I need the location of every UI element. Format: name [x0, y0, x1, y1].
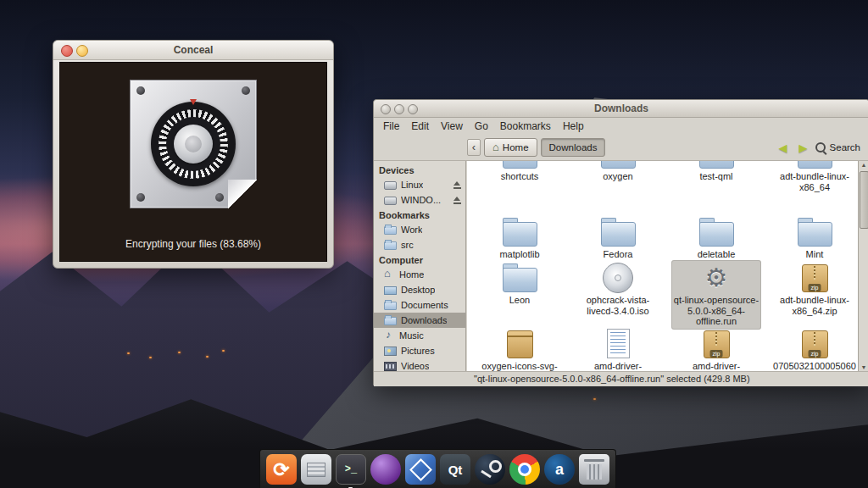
- close-button[interactable]: [381, 104, 391, 114]
- folder-icon: [499, 161, 540, 169]
- sidebar-item-src[interactable]: src: [374, 237, 465, 252]
- file-item[interactable]: test-qml: [672, 161, 760, 184]
- toolbar: ‹ ⌂ Home Downloads ◀ ▶ Search: [374, 135, 868, 161]
- encryption-status: Encrypting your files (83.68%): [60, 238, 326, 250]
- disc-icon: [598, 263, 638, 293]
- dock-sync-icon[interactable]: [266, 454, 297, 485]
- file-name: adt-bundle-linux-x86_64.zip: [771, 295, 859, 316]
- menu-help[interactable]: Help: [557, 119, 590, 134]
- sidebar-item-label: Pictures: [401, 346, 435, 356]
- sidebar-item-music[interactable]: Music: [374, 328, 465, 343]
- file-item[interactable]: Leon: [476, 261, 564, 308]
- menu-bookmarks[interactable]: Bookmarks: [494, 119, 557, 134]
- sidebar-item-linux[interactable]: Linux: [374, 177, 465, 192]
- pictures-icon: [384, 347, 397, 356]
- document-icon: [598, 329, 638, 359]
- file-item[interactable]: amd-driver-: [574, 327, 662, 371]
- sidebar-item-desktop[interactable]: Desktop: [374, 282, 465, 297]
- menu-file[interactable]: File: [377, 119, 405, 134]
- vertical-scrollbar[interactable]: ▲ ▼: [858, 161, 868, 371]
- file-list: shortcutsoxygentest-qmladt-bundle-linux-…: [467, 161, 868, 371]
- sidebar-item-windo[interactable]: WINDO...: [374, 192, 465, 208]
- status-bar: "qt-linux-opensource-5.0.0-x86_64-offlin…: [374, 371, 868, 386]
- sidebar-item-label: Documents: [401, 300, 448, 310]
- installer-icon: [696, 263, 737, 293]
- file-item[interactable]: ophcrack-vista-livecd-3.4.0.iso: [574, 261, 662, 318]
- close-button[interactable]: [61, 45, 73, 57]
- folder-icon: [696, 161, 737, 169]
- forward-arrow-button[interactable]: ▶: [795, 141, 812, 154]
- minimize-button[interactable]: [394, 104, 404, 114]
- eject-icon[interactable]: [453, 181, 461, 189]
- home-button-label: Home: [503, 142, 529, 152]
- scroll-up-arrow[interactable]: ▲: [859, 162, 868, 168]
- zip-icon: zip: [794, 263, 835, 293]
- file-item[interactable]: deletable: [672, 215, 760, 262]
- folder-icon: [598, 161, 638, 169]
- scroll-down-arrow[interactable]: ▼: [859, 364, 868, 370]
- page-curl: [228, 180, 257, 208]
- dock-trash-icon[interactable]: [579, 454, 609, 485]
- file-name: shortcuts: [476, 171, 564, 182]
- eject-icon[interactable]: [453, 197, 461, 204]
- sidebar-item-downloads[interactable]: Downloads: [374, 313, 465, 328]
- videos-icon: [384, 362, 397, 371]
- file-item[interactable]: matplotlib: [476, 215, 564, 262]
- file-item[interactable]: zipadt-bundle-linux-x86_64.zip: [771, 261, 859, 318]
- conceal-window: Conceal Encrypting your files (83.68%): [53, 40, 334, 269]
- sidebar-header-bookmarks: Bookmarks: [374, 208, 465, 222]
- dock-virtualbox-icon[interactable]: [405, 454, 436, 485]
- sidebar-item-label: Downloads: [401, 315, 447, 325]
- drive-icon: [384, 197, 397, 205]
- dock-steam-icon[interactable]: [475, 454, 505, 485]
- search-button[interactable]: Search: [815, 142, 860, 152]
- sidebar-item-label: Videos: [401, 361, 429, 371]
- screw-icon: [136, 193, 145, 202]
- dock-terminal-icon[interactable]: [336, 454, 366, 485]
- file-item[interactable]: oxygen: [574, 161, 662, 184]
- sidebar-item-documents[interactable]: Documents: [374, 297, 465, 313]
- sidebar-header-devices: Devices: [374, 163, 465, 177]
- sidebar-item-label: src: [401, 240, 414, 250]
- sidebar: DevicesLinuxWINDO...BookmarksWorksrcComp…: [374, 161, 466, 371]
- dial-pointer: [190, 99, 197, 105]
- sidebar-item-pictures[interactable]: Pictures: [374, 343, 465, 358]
- dock-amarok-icon[interactable]: a: [544, 454, 575, 485]
- file-item[interactable]: shortcuts: [476, 161, 564, 184]
- file-item[interactable]: zipamd-driver-: [672, 327, 760, 371]
- dock-web-browser-icon[interactable]: [370, 454, 401, 485]
- dock: Qta: [259, 449, 616, 488]
- sidebar-item-home[interactable]: Home: [374, 267, 465, 282]
- file-name: matplotlib: [476, 249, 564, 260]
- file-name: oxygen: [574, 171, 662, 182]
- menu-view[interactable]: View: [435, 119, 469, 134]
- file-item[interactable]: Mint: [771, 215, 859, 262]
- file-item[interactable]: adt-bundle-linux-x86_64: [771, 161, 859, 194]
- home-button[interactable]: ⌂ Home: [484, 138, 537, 157]
- file-item[interactable]: qt-linux-opensource-5.0.0-x86_64-offline…: [672, 261, 760, 329]
- conceal-titlebar[interactable]: Conceal: [53, 41, 333, 60]
- back-arrow-button[interactable]: ◀: [775, 141, 792, 154]
- sidebar-item-work[interactable]: Work: [374, 222, 465, 237]
- path-scroll-left-button[interactable]: ‹: [467, 139, 481, 156]
- maximize-button[interactable]: [408, 104, 418, 114]
- file-item[interactable]: zip0705032100005060: [771, 327, 859, 371]
- conceal-window-title: Conceal: [53, 41, 333, 59]
- menu-edit[interactable]: Edit: [405, 119, 435, 134]
- menu-bar: FileEditViewGoBookmarksHelp: [374, 118, 868, 135]
- minimize-button[interactable]: [76, 45, 88, 57]
- sidebar-item-videos[interactable]: Videos: [374, 358, 465, 371]
- scrollbar-thumb[interactable]: [860, 171, 868, 229]
- file-item[interactable]: oxygen-icons-svg-4.9.5-1-any.pkg.tar.: [476, 327, 564, 371]
- sidebar-item-label: WINDO...: [401, 195, 441, 205]
- dock-chrome-icon[interactable]: [509, 454, 540, 485]
- dock-file-archiver-icon[interactable]: [301, 454, 331, 485]
- file-item[interactable]: Fedora: [574, 215, 662, 262]
- zip-icon: zip: [794, 329, 835, 359]
- location-button-downloads[interactable]: Downloads: [541, 138, 606, 157]
- folder-icon: [384, 241, 397, 250]
- dock-qt-creator-icon[interactable]: Qt: [440, 454, 470, 485]
- fm-titlebar[interactable]: Downloads: [374, 100, 868, 118]
- menu-go[interactable]: Go: [469, 119, 494, 134]
- village-light: [222, 350, 225, 352]
